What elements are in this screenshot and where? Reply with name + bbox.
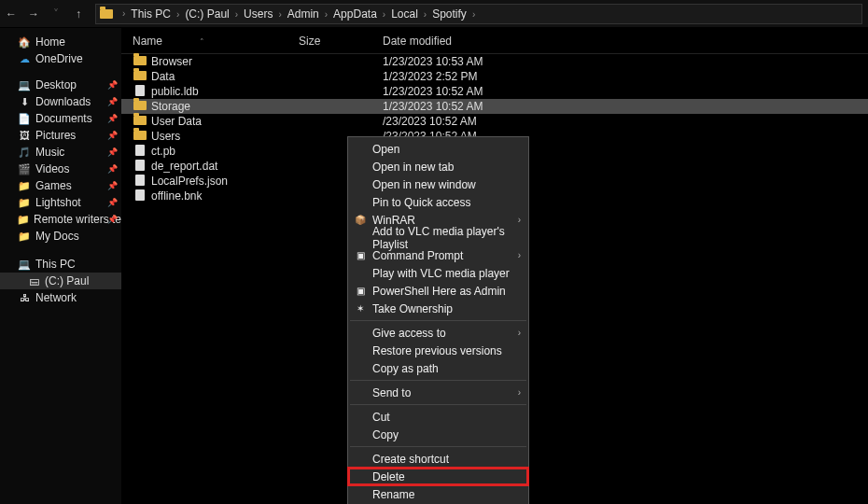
sidebar-item[interactable]: ⬇Downloads📌 (0, 93, 121, 110)
column-date[interactable]: Date modified (383, 35, 868, 48)
sidebar-icon: 📁 (17, 231, 32, 243)
pin-icon: 📌 (107, 114, 118, 123)
sidebar-item[interactable]: 📁My Docs (0, 228, 121, 245)
file-name: Browser (151, 55, 192, 68)
folder-icon (133, 116, 147, 125)
file-row[interactable]: User Data/23/2023 10:52 AM (121, 114, 868, 129)
context-item-open[interactable]: Open (348, 140, 528, 158)
context-item-copy-as-path[interactable]: Copy as path (348, 359, 528, 377)
file-date: 1/23/2023 2:52 PM (383, 70, 868, 83)
breadcrumb-segment[interactable]: Local (389, 7, 420, 21)
file-row[interactable]: public.ldb1/23/2023 10:52 AM (121, 84, 868, 99)
context-item-icon: ✶ (354, 303, 367, 314)
context-item-label: Restore previous versions (372, 344, 502, 357)
toolbar: ← → ˅ ↑ › This PC›(C:) Paul›Users›Admin›… (0, 0, 868, 28)
file-name: User Data (151, 115, 202, 128)
sidebar-icon: 💻 (17, 259, 32, 271)
file-icon (135, 175, 145, 186)
context-item-restore-previous-versions[interactable]: Restore previous versions (348, 342, 528, 359)
context-item-rename[interactable]: Rename (348, 485, 528, 503)
sidebar-item-label: Games (35, 179, 72, 192)
sidebar-item-label: Videos (35, 162, 69, 175)
context-item-delete[interactable]: Delete (348, 468, 528, 485)
context-item-label: Create shortcut (372, 453, 449, 466)
nav-forward-button[interactable]: → (22, 0, 45, 28)
context-separator (350, 320, 526, 321)
context-item-command-prompt[interactable]: ▣Command Prompt› (348, 246, 528, 264)
breadcrumb-segment[interactable]: Users (242, 7, 274, 21)
context-separator (350, 380, 526, 381)
breadcrumb-segment[interactable]: This PC (129, 7, 173, 21)
context-item-pin-to-quick-access[interactable]: Pin to Quick access (348, 193, 528, 211)
sidebar-item[interactable]: 🏠Home (0, 34, 121, 50)
sidebar-icon: ⬇ (17, 96, 32, 108)
context-item-give-access-to[interactable]: Give access to› (348, 324, 528, 342)
sidebar-icon: 💻 (17, 79, 32, 91)
context-item-cut[interactable]: Cut (348, 408, 528, 426)
submenu-arrow-icon: › (518, 215, 521, 225)
context-item-play-with-vlc-media-player[interactable]: Play with VLC media player (348, 264, 528, 282)
nav-recent-button[interactable]: ˅ (45, 0, 67, 28)
context-item-label: Take Ownership (372, 302, 453, 315)
context-item-label: Copy (372, 428, 399, 441)
pin-icon: 📌 (107, 131, 118, 140)
sidebar-item[interactable]: 💻Desktop📌 (0, 77, 121, 93)
file-date: 1/23/2023 10:53 AM (383, 55, 868, 68)
sidebar-item[interactable]: 🎵Music📌 (0, 144, 121, 161)
sidebar-item-label: Downloads (35, 95, 91, 108)
context-item-label: Delete (372, 470, 405, 483)
sidebar-item[interactable]: ☁OneDrive (0, 50, 121, 67)
breadcrumb-segment[interactable]: Admin (286, 7, 321, 21)
chevron-right-icon: › (274, 9, 285, 20)
breadcrumb-segment[interactable]: Spotify (430, 7, 469, 21)
column-name[interactable]: Name (133, 35, 162, 48)
context-item-create-shortcut[interactable]: Create shortcut (348, 450, 528, 468)
sidebar-item[interactable]: 🖴(C:) Paul (0, 273, 121, 289)
context-item-open-in-new-window[interactable]: Open in new window (348, 175, 528, 193)
column-headers[interactable]: Name˄ Size Date modified (121, 28, 868, 54)
context-item-label: Send to (372, 386, 411, 399)
context-item-label: Open in new window (372, 178, 476, 191)
context-item-label: Rename (372, 488, 414, 501)
sidebar-item[interactable]: 📁Remote writers tech📌 (0, 211, 121, 228)
breadcrumb-segment[interactable]: (C:) Paul (183, 7, 231, 21)
context-item-label: Open (372, 143, 399, 156)
context-item-label: Copy as path (372, 362, 439, 375)
context-menu: OpenOpen in new tabOpen in new windowPin… (347, 136, 529, 504)
sidebar-item[interactable]: 📁Lightshot📌 (0, 194, 121, 211)
sidebar-icon: 📄 (17, 113, 32, 125)
file-date: 1/23/2023 10:52 AM (383, 100, 868, 113)
file-row[interactable]: Browser1/23/2023 10:53 AM (121, 54, 868, 69)
sidebar-icon: 🎵 (17, 147, 32, 159)
nav-back-button[interactable]: ← (0, 0, 22, 28)
sidebar-item[interactable]: 💻This PC (0, 256, 121, 273)
folder-icon (100, 9, 113, 19)
folder-icon (133, 71, 147, 80)
context-item-open-in-new-tab[interactable]: Open in new tab (348, 158, 528, 175)
context-separator (350, 404, 526, 405)
context-item-take-ownership[interactable]: ✶Take Ownership (348, 300, 528, 317)
file-row[interactable]: Data1/23/2023 2:52 PM (121, 69, 868, 84)
pin-icon: 📌 (107, 181, 118, 190)
context-item-copy[interactable]: Copy (348, 426, 528, 443)
folder-icon (133, 56, 147, 65)
file-row[interactable]: Storage1/23/2023 10:52 AM (121, 99, 868, 114)
context-item-label: PowerShell Here as Admin (372, 285, 506, 298)
column-size[interactable]: Size (299, 35, 383, 48)
context-item-powershell-here-as-admin[interactable]: ▣PowerShell Here as Admin (348, 282, 528, 300)
sidebar-item[interactable]: 🎬Videos📌 (0, 161, 121, 177)
sidebar-item[interactable]: 📄Documents📌 (0, 110, 121, 127)
breadcrumb-segment[interactable]: AppData (331, 7, 379, 21)
sidebar-item-label: Home (35, 35, 65, 49)
sidebar-item[interactable]: 🖧Network (0, 289, 121, 306)
pin-icon: 📌 (107, 147, 118, 157)
context-item-send-to[interactable]: Send to› (348, 384, 528, 401)
sidebar-item[interactable]: 📁Games📌 (0, 177, 121, 194)
file-icon (135, 189, 145, 201)
nav-up-button[interactable]: ↑ (67, 0, 90, 28)
address-bar[interactable]: › This PC›(C:) Paul›Users›Admin›AppData›… (95, 4, 862, 24)
chevron-right-icon: › (420, 9, 430, 20)
sidebar-item-label: Pictures (35, 129, 76, 142)
context-item-add-to-vlc-media-player-s-playlist[interactable]: Add to VLC media player's Playlist (348, 229, 528, 246)
sidebar-item[interactable]: 🖼Pictures📌 (0, 127, 121, 144)
